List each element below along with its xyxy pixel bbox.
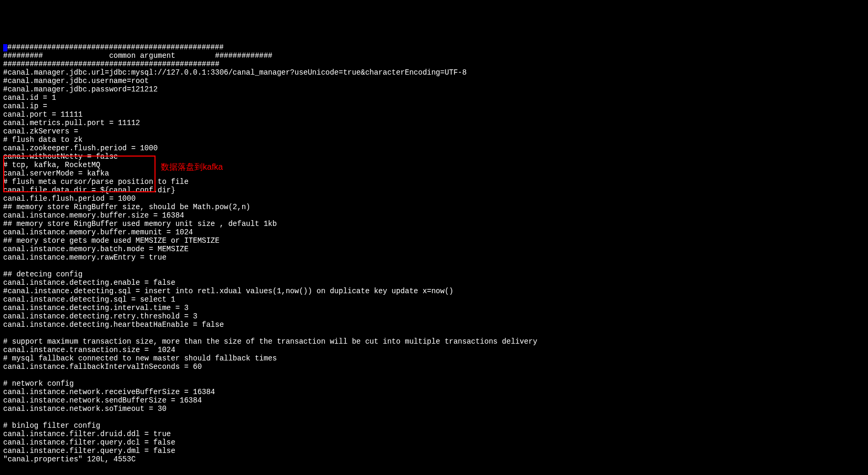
config-line: canal.instance.detecting.interval.time =… bbox=[3, 304, 189, 312]
config-line: canal.instance.detecting.heartbeatHaEnab… bbox=[3, 321, 224, 329]
config-line: ## meory store gets mode used MEMSIZE or… bbox=[3, 236, 220, 245]
config-line: ######### common argument ############# bbox=[3, 51, 272, 60]
config-line: canal.instance.detecting.retry.threshold… bbox=[3, 312, 198, 321]
config-line: canal.instance.detecting.enable = false bbox=[3, 278, 175, 287]
config-line: ## memory store RingBuffer size, should … bbox=[3, 203, 250, 211]
terminal-output[interactable]: ########################################… bbox=[3, 35, 865, 475]
config-line: # flush data to zk bbox=[3, 136, 82, 144]
config-line: # support maximum transaction size, more… bbox=[3, 337, 538, 346]
config-line: ## memory store RingBuffer used memory u… bbox=[3, 220, 277, 228]
config-line: ## detecing config bbox=[3, 270, 82, 278]
config-line: canal.withoutNetty = false bbox=[3, 152, 118, 161]
config-line: canal.instance.memory.batch.mode = MEMSI… bbox=[3, 245, 189, 253]
config-line: #canal.manager.jdbc.password=121212 bbox=[3, 85, 158, 94]
config-line: canal.instance.network.sendBufferSize = … bbox=[3, 396, 202, 405]
config-line: canal.zkServers = bbox=[3, 127, 78, 136]
config-line: #canal.instance.detecting.sql = insert i… bbox=[3, 287, 453, 295]
config-line: canal.instance.filter.druid.ddl = true bbox=[3, 430, 171, 438]
config-line: canal.port = 11111 bbox=[3, 110, 82, 119]
config-line: ########################################… bbox=[7, 43, 224, 51]
config-line: # binlog filter config bbox=[3, 421, 100, 430]
config-line: canal.instance.detecting.sql = select 1 bbox=[3, 295, 175, 304]
config-line: #canal.manager.jdbc.url=jdbc:mysql://127… bbox=[3, 68, 467, 77]
config-line: canal.instance.transaction.size = 1024 bbox=[3, 346, 175, 354]
config-line: canal.ip = bbox=[3, 102, 47, 110]
config-line: # tcp, kafka, RocketMQ bbox=[3, 161, 100, 169]
config-line: canal.zookeeper.flush.period = 1000 bbox=[3, 144, 158, 152]
annotation-text: 数据落盘到kafka bbox=[161, 163, 223, 171]
config-line: canal.id = 1 bbox=[3, 94, 56, 102]
config-line: canal.instance.network.soTimeout = 30 bbox=[3, 405, 167, 413]
config-line: canal.file.data.dir = ${canal.conf.dir} bbox=[3, 186, 175, 194]
config-line: ########################################… bbox=[3, 60, 220, 68]
config-line: # flush meta cursor/parse position to fi… bbox=[3, 178, 189, 186]
config-line: # mysql fallback connected to new master… bbox=[3, 354, 277, 363]
config-line: canal.metrics.pull.port = 11112 bbox=[3, 119, 140, 127]
config-line: canal.file.flush.period = 1000 bbox=[3, 194, 136, 203]
config-line: canal.instance.memory.rawEntry = true bbox=[3, 253, 167, 262]
config-line: canal.serverMode = kafka bbox=[3, 169, 109, 178]
config-line: canal.instance.filter.query.dcl = false bbox=[3, 438, 175, 447]
config-line: # network config bbox=[3, 379, 74, 388]
status-line: "canal.properties" 120L, 4553C bbox=[3, 455, 136, 463]
config-line: #canal.manager.jdbc.username=root bbox=[3, 77, 149, 85]
config-line: canal.instance.network.receiveBufferSize… bbox=[3, 388, 215, 396]
config-line: canal.instance.memory.buffer.size = 1638… bbox=[3, 211, 184, 220]
config-line: canal.instance.fallbackIntervalInSeconds… bbox=[3, 363, 202, 371]
config-line: canal.instance.filter.query.dml = false bbox=[3, 447, 175, 455]
config-line: canal.instance.memory.buffer.memunit = 1… bbox=[3, 228, 193, 236]
cursor bbox=[3, 44, 7, 51]
